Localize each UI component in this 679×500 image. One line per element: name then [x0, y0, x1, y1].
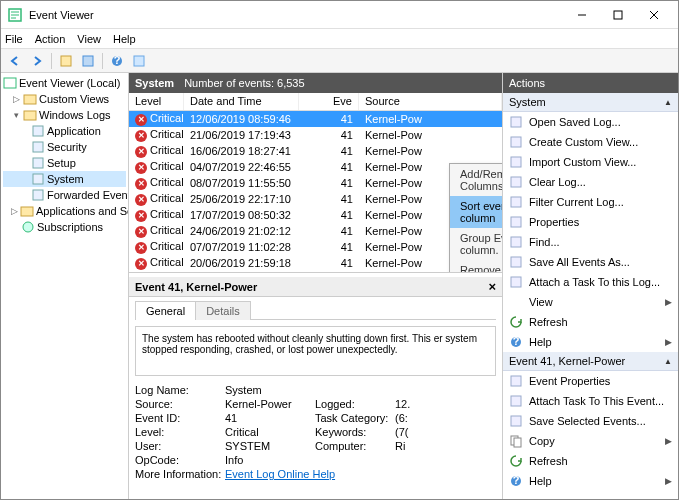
- close-button[interactable]: [636, 3, 672, 27]
- critical-icon: ✕: [135, 162, 147, 174]
- menu-help[interactable]: Help: [113, 33, 136, 45]
- expand-icon[interactable]: ▷: [11, 94, 21, 104]
- actions-section-event[interactable]: Event 41, Kernel-Power▲: [503, 352, 678, 371]
- tree-apps-services[interactable]: ▷Applications and Services Lo: [3, 203, 126, 219]
- system-title: System: [135, 77, 174, 89]
- svg-rect-20: [511, 177, 521, 187]
- tree-log-setup[interactable]: Setup: [3, 155, 126, 171]
- show-pane-button[interactable]: [56, 51, 76, 71]
- action-item[interactable]: Properties: [503, 212, 678, 232]
- collapse-icon: ▲: [664, 357, 672, 366]
- table-row[interactable]: ✕Critical24/06/2019 21:02:1241Kernel-Pow: [129, 223, 502, 239]
- tree-log-security[interactable]: Security: [3, 139, 126, 155]
- help-button[interactable]: ?: [107, 51, 127, 71]
- ctx-add-remove-columns[interactable]: Add/Remove Columns...: [450, 164, 502, 196]
- tab-details[interactable]: Details: [195, 301, 251, 320]
- menu-file[interactable]: File: [5, 33, 23, 45]
- tab-general[interactable]: General: [135, 301, 196, 320]
- svg-rect-15: [21, 207, 33, 216]
- tree-subscriptions[interactable]: Subscriptions: [3, 219, 126, 235]
- svg-text:?: ?: [114, 54, 121, 66]
- action-refresh-event[interactable]: Refresh: [503, 451, 678, 471]
- table-row[interactable]: ✕Critical16/06/2019 18:27:4141Kernel-Pow: [129, 143, 502, 159]
- action-refresh[interactable]: Refresh: [503, 312, 678, 332]
- ctx-sort-events[interactable]: Sort events by this column: [450, 196, 502, 228]
- action-icon: [509, 374, 523, 388]
- event-message: The system has rebooted without cleanly …: [135, 326, 496, 376]
- action-icon: [509, 235, 523, 249]
- action-help-event[interactable]: ?Help▶: [503, 471, 678, 491]
- menubar: File Action View Help: [1, 29, 678, 49]
- svg-rect-17: [511, 117, 521, 127]
- action-item[interactable]: Open Saved Log...: [503, 112, 678, 132]
- col-level[interactable]: Level: [129, 93, 184, 110]
- expand-icon[interactable]: ▷: [11, 206, 18, 216]
- tree-log-system[interactable]: System: [3, 171, 126, 187]
- critical-icon: ✕: [135, 146, 147, 158]
- table-row[interactable]: ✕Critical17/07/2019 08:50:3241Kernel-Pow: [129, 207, 502, 223]
- action-item[interactable]: Save All Events As...: [503, 252, 678, 272]
- col-datetime[interactable]: Date and Time: [184, 93, 299, 110]
- action-item[interactable]: Create Custom View...: [503, 132, 678, 152]
- tree-root[interactable]: Event Viewer (Local): [3, 75, 126, 91]
- column-context-menu: Add/Remove Columns... Sort events by thi…: [449, 163, 502, 273]
- svg-rect-24: [511, 257, 521, 267]
- system-header: System Number of events: 6,535: [129, 73, 502, 93]
- submenu-icon: ▶: [665, 337, 672, 347]
- back-button[interactable]: [5, 51, 25, 71]
- table-row[interactable]: ✕Critical20/06/2019 21:59:1841Kernel-Pow: [129, 255, 502, 271]
- tree-custom-views[interactable]: ▷Custom Views: [3, 91, 126, 107]
- ctx-remove-sorting[interactable]: Remove Sorting: [450, 260, 502, 273]
- svg-rect-7: [4, 78, 16, 88]
- forward-button[interactable]: [27, 51, 47, 71]
- critical-icon: ✕: [135, 194, 147, 206]
- online-help-link[interactable]: Event Log Online Help: [225, 468, 425, 480]
- action-item[interactable]: Filter Current Log...: [503, 192, 678, 212]
- action-icon: [509, 135, 523, 149]
- svg-rect-3: [83, 56, 93, 66]
- refresh-button[interactable]: [129, 51, 149, 71]
- action-icon: [509, 215, 523, 229]
- action-item[interactable]: Attach Task To This Event...: [503, 391, 678, 411]
- table-row[interactable]: ✕Critical04/07/2019 22:46:5541Kernel-Pow: [129, 159, 502, 175]
- action-copy[interactable]: Copy▶: [503, 431, 678, 451]
- ctx-group-events[interactable]: Group Events by this column.: [450, 228, 502, 260]
- minimize-button[interactable]: [564, 3, 600, 27]
- action-icon: [509, 275, 523, 289]
- table-row[interactable]: ✕Critical21/06/2019 17:19:4341Kernel-Pow: [129, 127, 502, 143]
- detail-close[interactable]: ×: [488, 279, 496, 294]
- action-item[interactable]: Clear Log...: [503, 172, 678, 192]
- critical-icon: ✕: [135, 130, 147, 142]
- critical-icon: ✕: [135, 242, 147, 254]
- action-icon: [509, 155, 523, 169]
- collapse-icon[interactable]: ▾: [11, 110, 21, 120]
- action-view[interactable]: View▶: [503, 292, 678, 312]
- svg-rect-13: [33, 174, 43, 184]
- action-item[interactable]: Event Properties: [503, 371, 678, 391]
- col-source[interactable]: Source: [359, 93, 502, 110]
- action-item[interactable]: Attach a Task To this Log...: [503, 272, 678, 292]
- table-row[interactable]: ✕Critical08/07/2019 11:55:5041Kernel-Pow: [129, 175, 502, 191]
- maximize-button[interactable]: [600, 3, 636, 27]
- menu-action[interactable]: Action: [35, 33, 66, 45]
- table-row[interactable]: ✕Critical12/06/2019 08:59:4641Kernel-Pow: [129, 111, 502, 127]
- actions-section-system[interactable]: System▲: [503, 93, 678, 112]
- table-row[interactable]: ✕Critical23/06/2019 09:15:5641Kernel-Pow: [129, 271, 502, 273]
- action-item[interactable]: Import Custom View...: [503, 152, 678, 172]
- table-row[interactable]: ✕Critical07/07/2019 11:02:2841Kernel-Pow: [129, 239, 502, 255]
- svg-rect-12: [33, 158, 43, 168]
- tree-windows-logs[interactable]: ▾Windows Logs: [3, 107, 126, 123]
- table-row[interactable]: ✕Critical25/06/2019 22:17:1041Kernel-Pow: [129, 191, 502, 207]
- critical-icon: ✕: [135, 210, 147, 222]
- menu-view[interactable]: View: [77, 33, 101, 45]
- col-eventid[interactable]: Eve: [299, 93, 359, 110]
- properties-button[interactable]: [78, 51, 98, 71]
- action-item[interactable]: Find...: [503, 232, 678, 252]
- event-grid: Level Date and Time Eve Source ✕Critical…: [129, 93, 502, 273]
- action-help[interactable]: ?Help▶: [503, 332, 678, 352]
- action-item[interactable]: Save Selected Events...: [503, 411, 678, 431]
- tree-log-forwarded[interactable]: Forwarded Events: [3, 187, 126, 203]
- critical-icon: ✕: [135, 114, 147, 126]
- svg-text:?: ?: [513, 474, 520, 486]
- tree-log-application[interactable]: Application: [3, 123, 126, 139]
